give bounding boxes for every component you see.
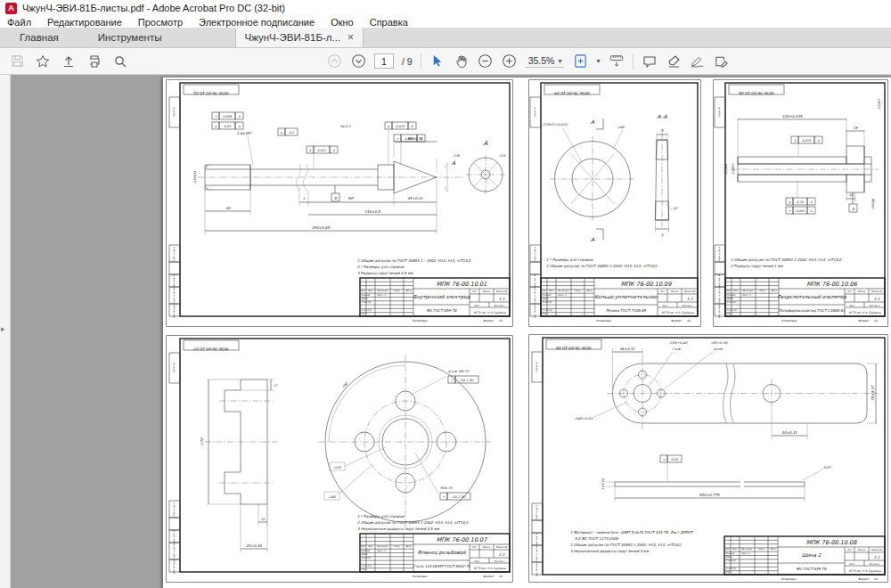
- dim: ∅8(+0,36): [711, 341, 728, 345]
- acrobat-window: A ЧжунЧ-ЭВИ-81Б-листы.pdf - Adobe Acroba…: [0, 0, 891, 588]
- stamp-text: А: [810, 209, 813, 213]
- stamp-text: ↗: [215, 115, 217, 118]
- tab-document-label: ЧжунЧ-ЭВИ-81Б-л...: [245, 32, 341, 43]
- stamp-text: МПК 76-00.10.06: [806, 281, 858, 288]
- comment-icon[interactable]: [642, 53, 658, 69]
- dim: 40±0,31: [781, 430, 797, 435]
- stamp-text: Справ. №: [535, 362, 538, 372]
- dim: ∅29H7(+0,021): [543, 123, 568, 127]
- chevron-down-icon[interactable]: ▾: [596, 57, 600, 65]
- stamp-text: Подп. и дата: [173, 289, 176, 304]
- search-icon[interactable]: [112, 53, 128, 69]
- tab-document[interactable]: ЧжунЧ-ЭВИ-81Б-л... ×: [235, 28, 364, 47]
- stamp-text: № докум.: [378, 545, 388, 548]
- menu-esign[interactable]: Электронное подписание: [199, 17, 315, 28]
- dim: 5: [661, 128, 664, 133]
- close-icon[interactable]: ×: [347, 32, 354, 43]
- note: 2 Радиусы скруглений 1 мм: [731, 264, 784, 268]
- dim: ∅36: [453, 154, 460, 158]
- stamp-text: МПК 76-00.10.07: [192, 347, 228, 351]
- sign-icon[interactable]: [690, 53, 706, 69]
- stamp-text: Масса: [858, 290, 866, 293]
- stamp-text: Листов 1: [869, 305, 880, 307]
- stamp-text: Лист: [368, 290, 374, 292]
- hand-tool-icon[interactable]: [454, 53, 470, 69]
- stamp-text: Утв.: [362, 313, 367, 315]
- section-arrow: А: [591, 118, 595, 125]
- page-down-icon[interactable]: [350, 53, 366, 69]
- stamp-text: Полиформальдегид ГОСТ 24888-81: [779, 308, 846, 313]
- page-number-input[interactable]: 1: [374, 53, 394, 69]
- view-label: А: [484, 140, 488, 147]
- dim: 1,6×45°: [237, 131, 253, 135]
- stamp-text: Взам. инв. №: [173, 529, 176, 544]
- save-icon[interactable]: [9, 53, 25, 69]
- note: 1 * Размеры для справок: [546, 257, 593, 262]
- stamp-text: № докум.: [378, 290, 388, 292]
- stamp-text: МПК 76-00.10.07: [437, 536, 488, 543]
- stamp-text: Масштаб: [871, 290, 883, 293]
- stamp-text: Н.контр.: [727, 309, 738, 312]
- stamp-text: ◎: [214, 125, 217, 128]
- nav-pane-toggle-icon[interactable]: ▸: [1, 324, 5, 333]
- page-up-icon[interactable]: [326, 53, 342, 69]
- stamp-text: А: [332, 149, 335, 152]
- zoom-level-dropdown[interactable]: 35.5% ▾: [526, 54, 565, 68]
- title-block: Изм.Лист№ докум.Подп.ДатаРазраб.Чжун Ч.П…: [725, 278, 885, 323]
- stamp-text: Листов 1: [494, 305, 505, 307]
- stamp-text: ↗: [396, 137, 399, 141]
- highlight-icon[interactable]: [666, 53, 682, 69]
- stamp-text: МГТУ им. Н.Э. Баумана: [474, 567, 506, 570]
- measure-tool-icon[interactable]: [609, 53, 625, 69]
- stamp-text: МПК 76-00.10.09: [553, 91, 589, 95]
- zoom-in-icon[interactable]: [502, 53, 518, 69]
- stamp-text: Утв.: [727, 313, 732, 315]
- stamp-text: Лист: [474, 305, 480, 307]
- roughness: Ra 6,3: [340, 125, 351, 128]
- stamp-text: Инв. № подл.: [173, 304, 176, 319]
- fit-page-icon[interactable]: [572, 53, 588, 69]
- tab-home[interactable]: Главная: [0, 28, 78, 47]
- section-title: А–А: [657, 113, 667, 119]
- page-total: / 9: [402, 56, 413, 67]
- stamp-text: МПК 76-00.10.01: [193, 91, 228, 95]
- menu-window[interactable]: Окно: [331, 17, 354, 28]
- note: 2 Общие допуски по ГОСТ 30893.1-2002: Н1…: [357, 520, 469, 525]
- select-tool-icon[interactable]: [429, 53, 446, 69]
- stamp-text: Копировал: [781, 577, 797, 581]
- print-icon[interactable]: [86, 53, 102, 69]
- dim: 4 отв. М8-7Н: [448, 370, 470, 373]
- fill-sign-icon[interactable]: [714, 53, 730, 69]
- dim: М36-7Н: [440, 486, 453, 490]
- menu-edit[interactable]: Редактирование: [47, 17, 122, 28]
- tolerance-frame: ▱0,03: [660, 455, 682, 462]
- navigation-pane-rail[interactable]: ▸: [0, 75, 11, 588]
- tolerance-frame: ↗0,008А: [212, 112, 243, 119]
- stamp-text: 2:1: [498, 552, 504, 557]
- menu-file[interactable]: Файл: [7, 17, 31, 28]
- stamp-text: ⌖: [443, 495, 446, 499]
- stamp-text: Н.контр.: [362, 309, 372, 312]
- share-icon[interactable]: [61, 53, 77, 69]
- tab-tools[interactable]: Инструменты: [78, 28, 182, 47]
- stamp-text: ◎: [788, 200, 791, 204]
- stamp-text: А3: [499, 319, 503, 323]
- dim: 10°: [673, 207, 678, 210]
- stamp-text: Масса: [483, 546, 491, 549]
- stamp-text: Т.контр.: [726, 559, 736, 562]
- stamp-text: № докум.: [559, 290, 569, 292]
- menu-help[interactable]: Справка: [370, 17, 408, 28]
- zoom-level-value: 35.5%: [528, 55, 555, 66]
- dim: 40: [225, 206, 231, 210]
- stamp-text: 0,025: [396, 125, 405, 128]
- stamp-text: ∅0,1 (Б): [453, 495, 466, 499]
- star-icon[interactable]: [35, 53, 51, 69]
- stamp-text: Лит.: [847, 290, 853, 293]
- toolbar: 1 / 9 35.5% ▾ ▾: [0, 48, 891, 75]
- menu-view[interactable]: Просмотр: [138, 17, 183, 28]
- drawing-sheet-4: ∅70 17 10 20±0,26 ∅60 4 отв. М8-7Н М36-7…: [166, 335, 513, 583]
- zoom-out-icon[interactable]: [478, 53, 494, 69]
- stamp-text: ▱: [663, 458, 666, 461]
- stamp-text: Разраб.: [543, 293, 552, 297]
- note: 2 * Размеры для справок: [357, 265, 405, 269]
